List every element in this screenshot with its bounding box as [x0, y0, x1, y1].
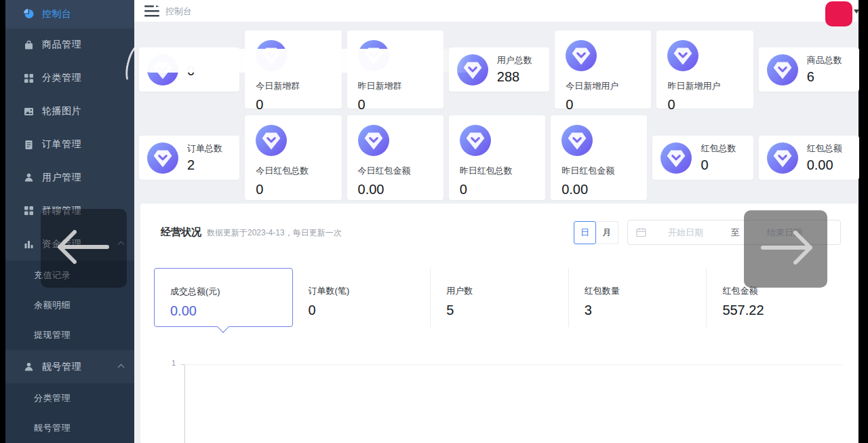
sidebar-submenu-premium: 分类管理 靓号管理 — [5, 383, 134, 443]
stat-card-redpackets-total: 红包总数0 — [652, 136, 753, 180]
sidebar-item-label: 分类管理 — [42, 72, 81, 84]
stat-label: 今日红包总数 — [256, 165, 341, 177]
metric-label: 红包数量 — [585, 285, 707, 297]
sidebar-item-orders[interactable]: 订单管理 — [5, 128, 134, 161]
grid-icon — [24, 206, 34, 216]
stat-value: 0.00 — [561, 182, 647, 197]
diamond-icon — [147, 142, 178, 174]
metric-value: 3 — [585, 303, 707, 318]
stat-label: 商品总数 — [807, 54, 842, 66]
sidebar-item-carousel[interactable]: 轮播图片 — [5, 95, 134, 128]
date-separator: 至 — [731, 227, 740, 239]
metric-tab-redpacket-count[interactable]: 红包数量 3 — [569, 268, 707, 327]
stat-label: 今日红包金额 — [358, 165, 443, 177]
calendar-icon — [636, 227, 646, 237]
stat-label: 订单总数 — [187, 142, 222, 155]
metric-tab-transaction-total[interactable]: 成交总额(元) 0.00 — [154, 268, 293, 327]
stat-label: 昨日新增群 — [358, 80, 443, 92]
sidebar-item-categories[interactable]: 分类管理 — [5, 62, 134, 95]
video-ghost-wash — [139, 49, 473, 73]
diamond-icon — [767, 54, 798, 85]
sidebar-item-premium-numbers[interactable]: 靓号管理 — [5, 350, 134, 383]
y-axis-tick-label: 1 — [172, 359, 176, 367]
stat-label: 今日新增用户 — [566, 80, 651, 92]
breadcrumb: 控制台 — [165, 5, 192, 18]
dashboard-icon — [24, 9, 34, 19]
metric-value: 0.00 — [170, 303, 292, 319]
sidebar-item-label: 靓号管理 — [42, 361, 81, 373]
metric-value: 557.22 — [722, 303, 844, 318]
stat-label: 红包总数 — [701, 142, 736, 155]
stat-value: 288 — [497, 69, 532, 85]
stat-card-new-users-yesterday: 昨日新增用户 0 — [656, 31, 753, 109]
order-list-icon — [24, 140, 34, 150]
stat-value: 0 — [358, 97, 443, 113]
stat-label: 红包总额 — [807, 142, 842, 155]
stat-value: 0.00 — [807, 157, 842, 173]
metric-tabs: 成交总额(元) 0.00 订单数(笔) 0 用户数 5 红包数量 3 红包金额 — [154, 268, 844, 327]
sidebar-collapse-icon[interactable] — [144, 5, 159, 17]
sidebar-subitem-balance-details[interactable]: 余额明细 — [5, 290, 134, 320]
sidebar-item-label: 用户管理 — [42, 172, 81, 184]
panel-title: 经营状况 — [161, 226, 201, 239]
stat-value: 0 — [460, 182, 545, 197]
sidebar-item-label: 订单管理 — [42, 138, 81, 151]
user-icon — [24, 172, 34, 182]
stat-value: 0 — [256, 97, 341, 113]
sidebar-subitem-number-categories[interactable]: 分类管理 — [5, 383, 134, 413]
sidebar-item-label: 轮播图片 — [42, 105, 81, 117]
arrow-right-icon — [757, 229, 814, 269]
sidebar-item-users[interactable]: 用户管理 — [5, 161, 134, 194]
diamond-icon — [460, 125, 491, 156]
stat-label: 用户总数 — [497, 54, 532, 66]
metric-label: 订单数(笔) — [309, 285, 431, 297]
stat-value: 0.00 — [358, 182, 443, 197]
stat-label: 今日新增群 — [256, 80, 341, 92]
panel-subtitle: 数据更新于2023-4-13，每日更新一次 — [207, 227, 342, 239]
caret-down-icon[interactable] — [854, 9, 859, 16]
avatar[interactable] — [825, 1, 852, 26]
shopping-bag-icon — [24, 40, 34, 50]
metric-value: 0 — [309, 303, 431, 318]
video-prev-overlay[interactable] — [41, 209, 127, 288]
stat-value: 0 — [667, 97, 753, 113]
user-icon — [24, 362, 34, 372]
diamond-icon — [660, 142, 692, 174]
image-icon — [24, 107, 34, 117]
metric-label: 用户数 — [446, 285, 568, 297]
range-day-button[interactable]: 日 — [574, 221, 596, 244]
stat-value: 6 — [807, 69, 842, 85]
diamond-icon — [566, 40, 597, 71]
metric-tab-user-count[interactable]: 用户数 5 — [431, 268, 569, 327]
metric-label: 成交总额(元) — [170, 286, 292, 298]
diamond-icon — [561, 125, 593, 156]
sidebar-item-label: 商品管理 — [42, 39, 81, 51]
sidebar-item-label: 控制台 — [42, 8, 72, 20]
screen: 控制台 商品管理 分类管理 轮播图片 订单管理 用户管理 群聊管理 资金管理 — [0, 0, 868, 443]
stat-card-redpackets-today: 今日红包总数 0 — [245, 115, 341, 200]
stat-label: 昨日红包金额 — [561, 165, 647, 177]
sidebar-item-products[interactable]: 商品管理 — [5, 28, 134, 62]
stat-card-redpacket-amount-yesterday: 昨日红包金额 0.00 — [551, 115, 647, 200]
stat-card-new-users-today: 今日新增用户 0 — [555, 31, 651, 109]
stat-card-redpacket-amount-total: 红包总额0.00 — [759, 136, 859, 180]
sidebar-subitem-number-management[interactable]: 靓号管理 — [5, 413, 134, 443]
video-next-overlay[interactable] — [744, 210, 827, 288]
stat-value: 0 — [566, 97, 651, 113]
metric-tab-order-count[interactable]: 订单数(笔) 0 — [293, 268, 431, 327]
chevron-up-icon — [118, 364, 125, 371]
arrow-left-icon — [56, 228, 113, 269]
stat-label: 昨日红包总数 — [460, 165, 545, 177]
grid-icon — [24, 73, 34, 83]
range-toggle: 日 月 — [574, 221, 618, 244]
diamond-icon — [256, 125, 287, 156]
stat-label: 昨日新增用户 — [667, 80, 753, 92]
start-date-placeholder: 开始日期 — [668, 227, 703, 239]
diamond-icon — [767, 142, 798, 174]
range-month-button[interactable]: 月 — [596, 221, 618, 244]
stat-value: 0 — [256, 182, 341, 197]
metric-value: 5 — [446, 303, 568, 318]
sidebar-item-dashboard[interactable]: 控制台 — [5, 0, 134, 28]
stat-card-orders-total: 订单总数2 — [139, 136, 239, 180]
sidebar-subitem-withdrawal[interactable]: 提现管理 — [5, 320, 134, 350]
